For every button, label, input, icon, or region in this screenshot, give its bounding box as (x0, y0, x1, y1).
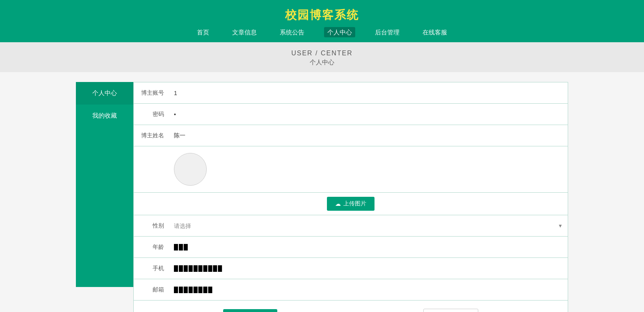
phone-input[interactable] (171, 261, 568, 276)
sidebar: 个人中心 我的收藏 (76, 82, 133, 287)
site-title: 校园博客系统 (0, 7, 644, 23)
account-input[interactable] (171, 86, 568, 100)
nav-item-home[interactable]: 首页 (194, 29, 212, 36)
phone-row: 手机 (134, 258, 568, 279)
nav-item-live-chat[interactable]: 在线客服 (419, 29, 450, 36)
gender-label: 性别 (134, 222, 171, 230)
avatar (174, 153, 207, 186)
banner-en-title: USER / CENTER (0, 50, 644, 57)
phone-label: 手机 (134, 265, 171, 272)
email-input[interactable] (171, 282, 568, 297)
banner-zh-title: 个人中心 (0, 59, 644, 66)
gender-select-wrapper: 请选择男女 (171, 219, 568, 233)
password-row: 密码 (134, 104, 568, 125)
upload-row: ☁ 上传图片 (134, 193, 568, 215)
page-banner: USER / CENTER 个人中心 (0, 42, 644, 72)
header: 校园博客系统 (0, 0, 644, 29)
password-input[interactable] (171, 107, 568, 122)
age-row: 年龄 (134, 237, 568, 258)
gender-select[interactable]: 请选择男女 (171, 219, 568, 233)
account-row: 博主账号 (134, 82, 568, 104)
email-row: 邮箱 (134, 279, 568, 301)
account-label: 博主账号 (134, 89, 171, 97)
nav-list: 首页 文章信息 系统公告 个人中心 后台管理 在线客服 (194, 29, 450, 36)
upload-button-label: 上传图片 (343, 200, 366, 207)
upload-icon: ☁ (335, 200, 341, 207)
upload-button[interactable]: ☁ 上传图片 (327, 197, 375, 211)
nav-item-announcements[interactable]: 系统公告 (276, 29, 308, 36)
logout-button[interactable]: 退出登录 (423, 309, 478, 312)
navigation: 首页 文章信息 系统公告 个人中心 后台管理 在线客服 (0, 29, 644, 42)
name-input[interactable] (171, 128, 568, 143)
name-label: 博主姓名 (134, 132, 171, 139)
gender-row: 性别 请选择男女 (134, 215, 568, 237)
password-label: 密码 (134, 111, 171, 118)
main-content: 个人中心 我的收藏 博主账号 密码 博主姓名 ☁ (76, 82, 568, 312)
email-label: 邮箱 (134, 286, 171, 294)
age-input[interactable] (171, 240, 568, 255)
nav-item-admin[interactable]: 后台管理 (372, 29, 403, 36)
sidebar-item-favorites[interactable]: 我的收藏 (76, 105, 133, 127)
avatar-row (134, 146, 568, 193)
age-label: 年龄 (134, 244, 171, 251)
nav-item-user-center[interactable]: 个人中心 (324, 29, 355, 36)
sidebar-item-user-center[interactable]: 个人中心 (76, 82, 133, 105)
profile-form: 博主账号 密码 博主姓名 ☁ 上传图片 性别 (133, 82, 568, 312)
name-row: 博主姓名 (134, 125, 568, 146)
update-button[interactable]: 更新信息 (223, 309, 277, 312)
action-buttons: 更新信息 退出登录 (134, 301, 568, 312)
nav-item-articles[interactable]: 文章信息 (229, 29, 260, 36)
